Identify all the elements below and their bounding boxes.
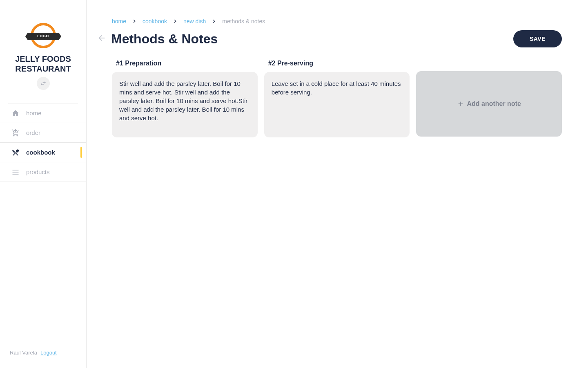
sidebar-item-order[interactable]: order <box>0 123 86 143</box>
swap-horiz-icon <box>40 80 47 87</box>
user-name: Raul Varela <box>10 350 37 356</box>
note-title: #1 Preparation <box>116 60 258 67</box>
breadcrumb-cookbook[interactable]: cookbook <box>143 18 167 25</box>
breadcrumb: home cookbook new dish methods & notes <box>112 18 562 25</box>
notes-grid: #1 Preparation Stir well and add the par… <box>112 60 562 137</box>
breadcrumb-current: methods & notes <box>222 18 265 25</box>
note-title: #2 Pre-serving <box>268 60 410 67</box>
add-note-label: Add another note <box>467 100 521 108</box>
note-body[interactable]: Stir well and add the parsley later. Boi… <box>112 72 258 137</box>
sidebar-item-label: cookbook <box>26 149 55 156</box>
sidebar-item-home[interactable]: home <box>0 103 86 123</box>
logout-link[interactable]: Logout <box>40 350 57 356</box>
chevron-right-icon <box>131 18 138 25</box>
chevron-right-icon <box>211 18 217 25</box>
brand-name: JELLY FOODS RESTAURANT <box>15 54 71 74</box>
title-row: Methods & Notes SAVE <box>97 30 562 47</box>
logo-icon: LOGO <box>31 23 56 48</box>
arrow-back-icon <box>97 34 106 43</box>
order-icon <box>11 129 20 137</box>
swap-restaurant-button[interactable] <box>37 77 50 90</box>
note-card-2: #2 Pre-serving Leave set in a cold place… <box>264 60 410 137</box>
breadcrumb-new-dish[interactable]: new dish <box>183 18 206 25</box>
sidebar-footer: Raul Varela Logout <box>0 341 86 368</box>
page-title: Methods & Notes <box>111 31 508 47</box>
sidebar-item-label: home <box>26 110 42 117</box>
note-body[interactable]: Leave set in a cold place for at least 4… <box>264 72 410 137</box>
save-button[interactable]: SAVE <box>513 30 562 47</box>
note-card-1: #1 Preparation Stir well and add the par… <box>112 60 258 137</box>
chevron-right-icon <box>172 18 178 25</box>
sidebar: LOGO JELLY FOODS RESTAURANT home order c… <box>0 0 87 368</box>
add-note-wrapper: Add another note <box>416 60 562 137</box>
home-icon <box>11 109 20 117</box>
back-button[interactable] <box>97 34 106 44</box>
products-icon <box>11 168 20 176</box>
cookbook-icon <box>11 148 20 157</box>
breadcrumb-home[interactable]: home <box>112 18 126 25</box>
sidebar-item-products[interactable]: products <box>0 162 86 182</box>
plus-icon <box>457 100 464 108</box>
brand-block: LOGO JELLY FOODS RESTAURANT <box>0 0 86 100</box>
sidebar-item-label: products <box>26 168 50 175</box>
add-note-button[interactable]: Add another note <box>416 71 562 137</box>
main-content: home cookbook new dish methods & notes M… <box>87 0 588 368</box>
sidebar-item-cookbook[interactable]: cookbook <box>0 143 86 162</box>
nav: home order cookbook products <box>0 103 86 182</box>
sidebar-item-label: order <box>26 129 40 136</box>
